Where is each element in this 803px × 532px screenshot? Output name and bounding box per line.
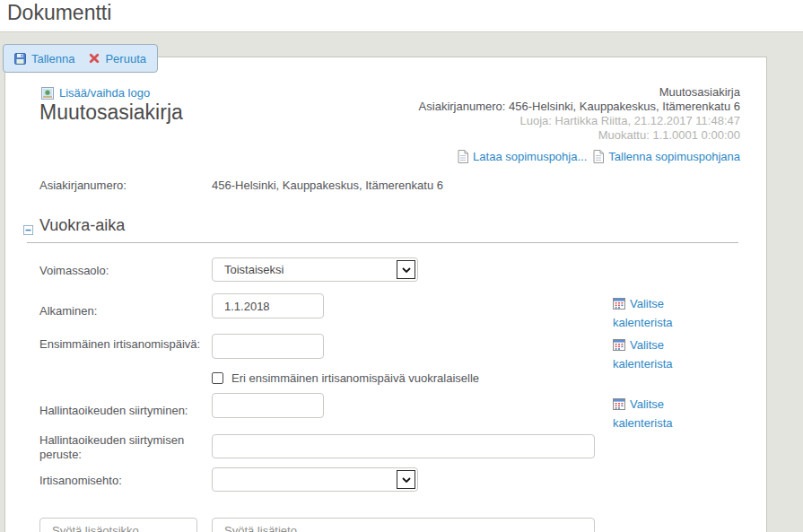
save-label: Tallenna (31, 52, 74, 65)
document-icon (593, 150, 604, 163)
load-template-link[interactable]: Lataa sopimuspohja... (473, 150, 587, 163)
different-termination-label: Eri ensimmäinen irtisanomispäivä vuokral… (231, 371, 479, 385)
save-icon (14, 53, 26, 65)
meta-modified: Muokattu: 1.1.0001 0:00:00 (419, 128, 740, 143)
image-icon (41, 87, 54, 100)
document-icon (458, 150, 468, 163)
add-logo-link[interactable]: Lisää/vaihda logo (41, 86, 150, 100)
irtisanomisehto-select[interactable] (212, 467, 418, 492)
cancel-button[interactable]: Peruuta (89, 52, 146, 65)
chevron-down-icon (397, 260, 415, 279)
peruste-input[interactable] (212, 434, 595, 458)
different-termination-checkbox[interactable] (212, 372, 223, 384)
section-divider (27, 242, 738, 243)
save-button[interactable]: Tallenna (14, 52, 74, 65)
voimassaolo-selected-value: Toistaiseksi (213, 263, 397, 276)
document-title: Muutosasiakirja (39, 100, 183, 125)
number-value: 456-Helsinki, Kauppakeskus, Itämerenkatu… (212, 179, 443, 192)
lisaotsikko-input[interactable] (39, 518, 197, 532)
document-meta: Muutosasiakirja Asiakirjanumero: 456-Hel… (419, 85, 740, 143)
alkaminen-label: Alkaminen: (39, 304, 207, 318)
screen: Dokumentti Tallenna Peruuta (0, 0, 803, 532)
lisatieto-input[interactable] (212, 518, 595, 532)
page-title: Dokumentti (7, 1, 111, 25)
add-logo-label: Lisää/vaihda logo (59, 86, 150, 100)
save-template-link[interactable]: Tallenna sopimuspohjana (608, 150, 740, 163)
siirtyminen-label: Hallintaoikeuden siirtyminen: (39, 404, 207, 418)
chevron-down-icon (397, 470, 415, 489)
toolbar: Tallenna Peruuta (3, 44, 158, 73)
ensimmainen-input[interactable] (212, 334, 324, 359)
different-termination-row: Eri ensimmäinen irtisanomispäivä vuokral… (212, 371, 479, 385)
cancel-icon (89, 53, 100, 64)
meta-number: Asiakirjanumero: 456-Helsinki, Kauppakes… (419, 100, 740, 114)
siirtyminen-input[interactable] (212, 393, 324, 418)
collapse-section-icon[interactable] (23, 222, 33, 232)
cancel-label: Peruuta (105, 52, 146, 65)
section-title: Vuokra-aika (39, 216, 125, 235)
calendar-link-alkaminen[interactable]: Valitse kalenterista (613, 294, 699, 332)
calendar-icon (613, 339, 625, 351)
number-label: Asiakirjanumero: (39, 179, 207, 193)
voimassaolo-select[interactable]: Toistaiseksi (212, 257, 418, 282)
template-links: Lataa sopimuspohja... Tallenna sopimuspo… (458, 150, 740, 163)
ensimmainen-label: Ensimmäinen irtisanomispäivä: (39, 337, 207, 352)
alkaminen-input[interactable] (212, 293, 324, 318)
meta-creator: Luoja: Hartikka Riitta, 21.12.2017 11:48… (419, 114, 740, 128)
voimassaolo-label: Voimassaolo: (39, 264, 207, 278)
calendar-link-siirtyminen[interactable]: Valitse kalenterista (613, 395, 699, 432)
calendar-icon (613, 298, 625, 310)
meta-type: Muutosasiakirja (419, 85, 740, 100)
calendar-icon (613, 398, 625, 410)
irtisanomisehto-label: Irtisanomisehto: (39, 474, 207, 488)
peruste-label: Hallintaoikeuden siirtymisen peruste: (39, 433, 207, 462)
calendar-link-ensimmainen[interactable]: Valitse kalenterista (613, 336, 699, 373)
